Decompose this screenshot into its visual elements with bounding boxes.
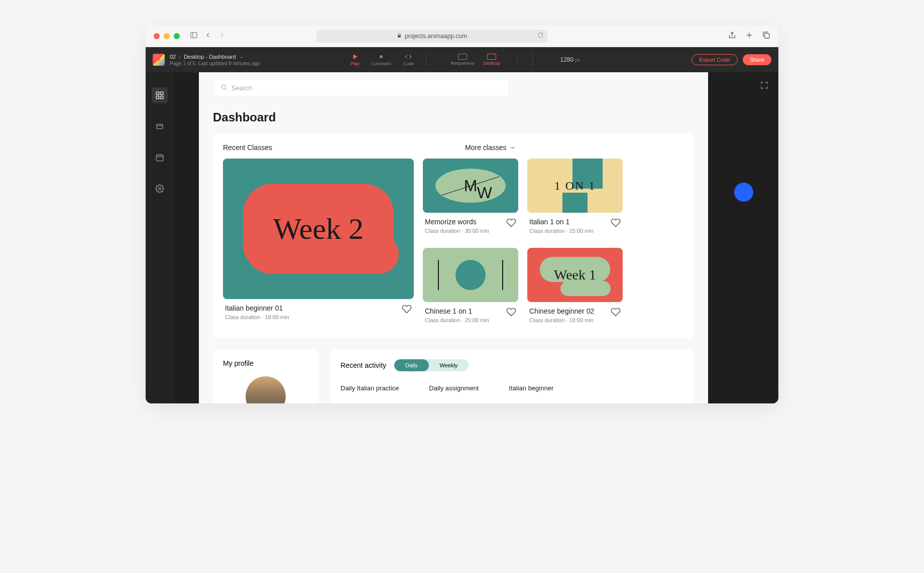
toggle-daily[interactable]: Daily [394, 359, 428, 371]
export-code-button[interactable]: Export Code [691, 54, 737, 65]
search-input[interactable]: Search [213, 79, 509, 96]
address-bar[interactable]: projects.animaapp.com [316, 30, 547, 43]
search-icon [220, 84, 227, 92]
page-title: Dashboard [213, 110, 694, 124]
toggle-weekly[interactable]: Weekly [429, 359, 469, 371]
svg-rect-8 [161, 92, 163, 94]
svg-rect-7 [156, 92, 159, 94]
svg-line-18 [225, 88, 227, 90]
app-header: 02 › Desktop - Dashboard ⌄ Page 1 of 5. … [146, 47, 778, 72]
activity-panel: Recent activity Daily Weekly Daily Itali… [330, 349, 694, 403]
rail-settings[interactable] [152, 181, 168, 197]
sidebar-toggle-icon[interactable] [190, 31, 198, 41]
svg-marker-5 [353, 54, 357, 59]
forward-icon[interactable] [218, 31, 226, 41]
class-title: Chinese 1 on 1 [425, 307, 516, 315]
svg-rect-11 [157, 124, 163, 129]
responsive-label: Responsive [450, 61, 474, 66]
class-card[interactable]: 1 ON 1 Italian 1 on 1 Class duration · 1… [527, 159, 623, 239]
maximize-window-icon[interactable] [174, 33, 180, 39]
left-gutter [174, 72, 199, 403]
breadcrumb-project: 02 [170, 54, 176, 60]
svg-rect-0 [191, 32, 197, 38]
browser-chrome: projects.animaapp.com [146, 25, 778, 47]
responsive-icon [458, 54, 467, 60]
back-icon[interactable] [204, 31, 212, 41]
svg-rect-10 [161, 96, 163, 99]
more-viewports-icon[interactable]: ⋮ [515, 57, 520, 63]
reload-icon[interactable] [537, 32, 543, 40]
favorite-button[interactable] [506, 218, 516, 230]
new-tab-icon[interactable] [745, 31, 753, 41]
thumb-text: M [464, 177, 478, 195]
profile-panel: My profile [213, 349, 318, 403]
code-icon [405, 53, 412, 60]
favorite-button[interactable] [611, 218, 621, 230]
featured-thumb: Week 2 [223, 159, 414, 299]
play-tool[interactable]: Play [351, 53, 360, 66]
class-subtitle: Class duration · 15:00 min [529, 228, 621, 234]
avatar[interactable] [246, 376, 286, 403]
share-icon[interactable] [728, 31, 736, 41]
class-card[interactable]: Week 1 Chinese beginner 02 Class duratio… [527, 248, 623, 328]
canvas-width: 1280 px [560, 56, 581, 63]
chevron-right-icon: › [179, 54, 181, 60]
rail-layers[interactable] [152, 118, 168, 134]
svg-point-17 [221, 85, 225, 89]
play-icon [352, 53, 359, 60]
cursor-indicator-icon [734, 183, 753, 202]
width-unit: px [575, 57, 581, 63]
viewport-responsive[interactable]: Responsive [450, 54, 474, 66]
rail-grid[interactable] [152, 87, 168, 103]
favorite-button[interactable] [402, 304, 412, 316]
viewport-desktop[interactable]: Desktop [483, 54, 500, 66]
classes-panel: Recent Classes More classes → Week 2 It [213, 133, 694, 338]
desktop-label: Desktop [483, 61, 500, 66]
fullscreen-icon[interactable] [760, 81, 768, 91]
breadcrumb-page: Desktop - Dashboard [184, 54, 236, 60]
chevron-down-icon[interactable]: ⌄ [239, 53, 244, 60]
thumb-text: 1 ON 1 [554, 179, 596, 193]
svg-rect-4 [765, 33, 769, 38]
class-title: Memorize words [425, 218, 516, 226]
tabs-icon[interactable] [762, 31, 770, 41]
favorite-button[interactable] [611, 307, 621, 319]
code-tool[interactable]: Code [403, 53, 414, 66]
close-window-icon[interactable] [154, 33, 160, 39]
featured-title: Italian beginner 01 [225, 304, 412, 312]
svg-point-16 [159, 188, 161, 190]
share-button[interactable]: Share [743, 54, 771, 65]
comment-tool[interactable]: Comment [372, 53, 391, 66]
class-thumb: 1 ON 1 [527, 159, 623, 213]
page-status: Page 1 of 5. Last updated 9 minutes ago [170, 61, 260, 66]
class-card[interactable]: MW Memorize words Class duration · 30:00… [423, 159, 518, 239]
play-label: Play [351, 61, 360, 66]
profile-title: My profile [223, 359, 308, 367]
recent-classes-label: Recent Classes [223, 144, 272, 152]
url-text: projects.animaapp.com [405, 33, 467, 40]
more-classes-link[interactable]: More classes → [465, 144, 515, 152]
class-subtitle: Class duration · 18:00 min [529, 317, 621, 323]
divider [532, 53, 533, 67]
class-title: Italian 1 on 1 [529, 218, 621, 226]
svg-rect-9 [156, 96, 159, 99]
app-body: Search Dashboard Recent Classes More cla… [146, 72, 778, 403]
activity-col: Daily Italian practice [340, 384, 399, 392]
thumb-text: Week 1 [554, 267, 596, 283]
favorite-button[interactable] [506, 307, 516, 319]
svg-point-6 [380, 55, 383, 58]
minimize-window-icon[interactable] [164, 33, 170, 39]
rail-calendar[interactable] [152, 150, 168, 166]
class-card[interactable]: Chinese 1 on 1 Class duration · 25:00 mi… [423, 248, 518, 328]
right-gutter [708, 72, 778, 403]
activity-title: Recent activity [340, 361, 386, 369]
featured-class-card[interactable]: Week 2 Italian beginner 01 Class duratio… [223, 159, 414, 328]
breadcrumb[interactable]: 02 › Desktop - Dashboard ⌄ [170, 53, 260, 60]
svg-rect-12 [156, 155, 163, 161]
class-thumb: Week 1 [527, 248, 623, 302]
divider [426, 53, 426, 67]
class-title: Chinese beginner 02 [529, 307, 621, 315]
activity-toggle: Daily Weekly [394, 359, 469, 371]
anima-logo-icon[interactable] [153, 54, 165, 66]
class-thumb [423, 248, 518, 302]
